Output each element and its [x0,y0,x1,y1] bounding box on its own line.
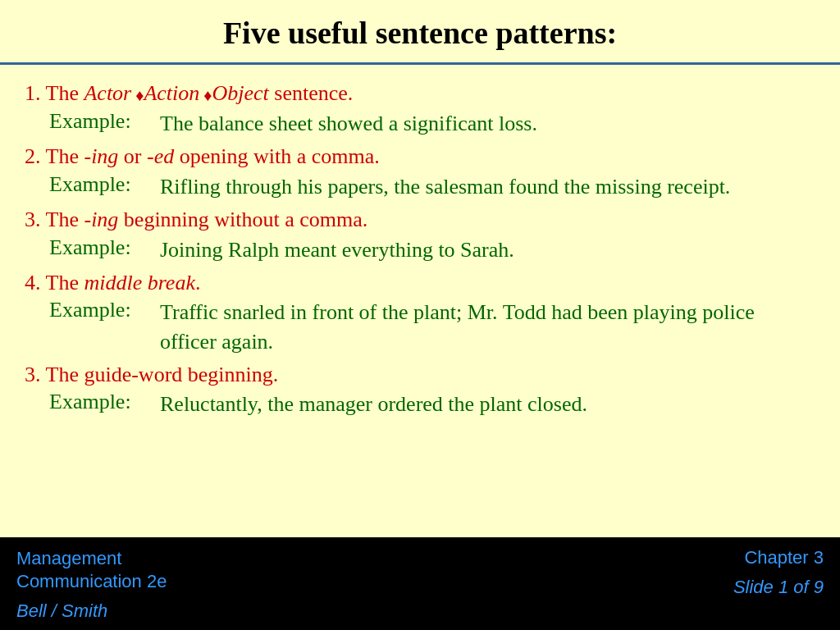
pattern-2-end: opening with a comma. [174,144,380,168]
footer-author: Bell / Smith [16,600,167,622]
pattern-item-1: 1. The Actor ♦Action ♦Object sentence. E… [25,80,815,138]
footer-left: Management Communication 2e Bell / Smith [16,547,167,622]
pattern-2-example-label: Example: [49,172,160,197]
pattern-3-number: 3. The - [25,208,91,231]
pattern-5-example: Example: Reluctantly, the manager ordere… [25,390,815,418]
footer-slide-number: Slide 1 of 9 [733,577,824,598]
pattern-5-example-text: Reluctantly, the manager ordered the pla… [160,390,815,418]
pattern-item-5: 3. The guide-word beginning. Example: Re… [25,361,815,419]
pattern-3-example: Example: Joining Ralph meant everything … [25,235,815,264]
pattern-2-example: Example: Rifling through his papers, the… [25,172,815,201]
pattern-4-example-label: Example: [49,298,160,322]
pattern-2-mid: or - [118,144,153,168]
pattern-2-example-text: Rifling through his papers, the salesman… [160,172,815,201]
pattern-heading-5: 3. The guide-word beginning. [25,361,815,389]
pattern-1-action: Action [144,81,199,105]
pattern-4-example: Example: Traffic snarled in front of the… [25,298,815,355]
pattern-2-ing: ing [91,144,118,168]
pattern-5-text: 3. The guide-word beginning. [25,363,278,386]
pattern-1-end: sentence. [269,81,354,105]
pattern-5-example-label: Example: [49,390,160,414]
pattern-1-actor: Actor [84,81,131,105]
pattern-heading-3: 3. The -ing beginning without a comma. [25,206,815,234]
pattern-item-4: 4. The middle break. Example: Traffic sn… [25,269,815,356]
pattern-3-end: beginning without a comma. [118,208,368,231]
pattern-4-middle-break: middle break [84,271,195,294]
pattern-3-example-text: Joining Ralph meant everything to Sarah. [160,235,815,264]
pattern-1-number: 1. The [25,81,84,105]
diamond-1: ♦ [131,86,144,104]
pattern-4-example-text: Traffic snarled in front of the plant; M… [160,298,815,355]
pattern-1-example-text: The balance sheet showed a significant l… [160,109,815,138]
pattern-1-object: Object [212,81,269,105]
pattern-2-number: 2. The - [25,144,91,168]
pattern-item-3: 3. The -ing beginning without a comma. E… [25,206,815,264]
slide-title-bar: Five useful sentence patterns: [0,0,840,65]
pattern-1-example: Example: The balance sheet showed a sign… [25,109,815,138]
pattern-1-example-label: Example: [49,109,160,134]
footer-right: Chapter 3 Slide 1 of 9 [733,547,824,598]
slide-footer: Management Communication 2e Bell / Smith… [0,537,840,630]
pattern-3-ing: ing [91,208,118,231]
slide-container: Five useful sentence patterns: 1. The Ac… [0,0,840,630]
pattern-heading-2: 2. The -ing or -ed opening with a comma. [25,143,815,171]
diamond-2: ♦ [199,86,212,104]
slide-title: Five useful sentence patterns: [16,15,824,51]
slide-content: 1. The Actor ♦Action ♦Object sentence. E… [0,65,840,537]
pattern-heading-1: 1. The Actor ♦Action ♦Object sentence. [25,80,815,107]
footer-chapter: Chapter 3 [744,547,824,568]
pattern-4-number: 4. The [25,271,84,294]
pattern-4-end: . [195,271,201,294]
pattern-item-2: 2. The -ing or -ed opening with a comma.… [25,143,815,201]
footer-course-line2: Communication 2e [16,571,167,591]
footer-course: Management Communication 2e [16,547,167,592]
pattern-heading-4: 4. The middle break. [25,269,815,297]
footer-course-line1: Management [16,548,121,568]
pattern-2-ed: ed [154,144,175,168]
pattern-3-example-label: Example: [49,235,160,260]
